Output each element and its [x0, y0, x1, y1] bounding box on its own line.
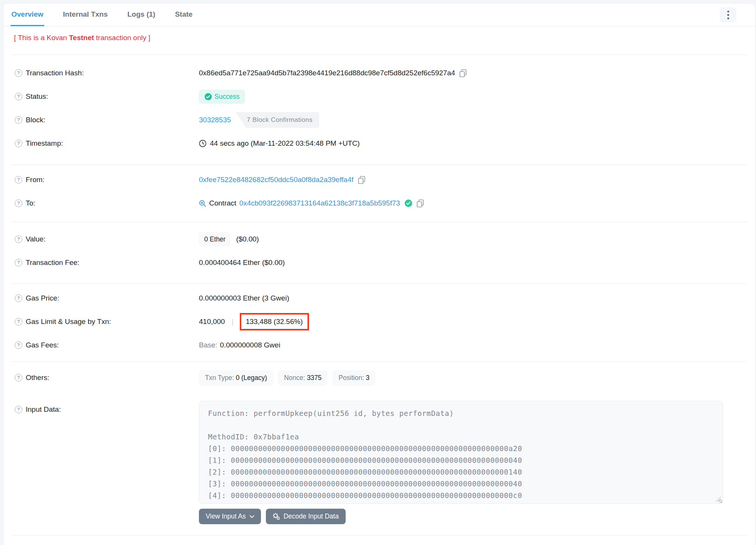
row-input-data: ? Input Data: Function: performUpkeep(ui… — [12, 389, 747, 524]
value-usd: ($0.00) — [236, 235, 259, 243]
timestamp-label: Timestamp: — [26, 139, 63, 148]
row-value: ? Value: 0 Ether ($0.00) — [12, 227, 747, 251]
to-label: To: — [26, 199, 35, 207]
search-plus-link[interactable] — [199, 200, 206, 207]
kebab-icon — [727, 17, 729, 19]
transaction-fee-value: 0.000400464 Ether ($0.00) — [199, 258, 285, 267]
copy-button[interactable] — [358, 176, 365, 184]
row-transaction-fee: ? Transaction Fee: 0.000400464 Ether ($0… — [12, 251, 747, 274]
tab-state[interactable]: State — [174, 3, 193, 26]
block-number-link[interactable]: 30328535 — [199, 116, 231, 124]
gas-price-value: 0.000000003 Ether (3 Gwei) — [199, 294, 289, 302]
copy-button[interactable] — [459, 69, 467, 77]
help-icon[interactable]: ? — [15, 199, 22, 207]
status-label: Status: — [26, 92, 48, 101]
tab-overview[interactable]: Overview — [11, 3, 44, 26]
input-methodid-line: MethodID: 0x7bbaf1ea — [208, 431, 715, 443]
row-transaction-hash: ? Transaction Hash: 0x86ed5a771e725aa94d… — [12, 61, 747, 85]
help-icon[interactable]: ? — [15, 374, 22, 382]
gear-icon — [273, 513, 280, 520]
tab-bar: Overview Internal Txns Logs (1) State — [3, 3, 755, 26]
transaction-card: Overview Internal Txns Logs (1) State [ … — [3, 3, 756, 545]
block-label: Block: — [26, 116, 45, 124]
tab-logs[interactable]: Logs (1) — [127, 3, 156, 26]
row-gas-price: ? Gas Price: 0.000000003 Ether (3 Gwei) — [12, 287, 747, 310]
value-label: Value: — [26, 235, 45, 243]
input-word-line: [1]: 00000000000000000000000000000000000… — [208, 455, 715, 466]
kebab-icon — [727, 14, 729, 16]
verified-check-icon — [405, 199, 412, 207]
status-badge: Success — [199, 90, 245, 104]
copy-button[interactable] — [417, 199, 424, 207]
kebab-icon — [727, 11, 729, 12]
copy-icon — [417, 199, 424, 207]
help-icon[interactable]: ? — [15, 140, 22, 147]
view-input-as-button[interactable]: View Input As — [199, 509, 261, 524]
input-function-line: Function: performUpkeep(uint256 id, byte… — [208, 408, 715, 419]
chevron-down-icon — [250, 515, 254, 518]
row-timestamp: ? Timestamp: 44 secs ago (Mar-11-2022 03… — [12, 132, 747, 155]
transaction-fee-label: Transaction Fee: — [26, 258, 79, 267]
gas-fees-base-label: Base: — [199, 341, 217, 349]
help-icon[interactable]: ? — [15, 93, 22, 100]
input-word-line: [0]: 00000000000000000000000000000000000… — [208, 443, 715, 455]
annotation-highlight-box: 133,488 (32.56%) — [240, 313, 309, 330]
gas-fees-base-value: 0.000000008 Gwei — [220, 341, 281, 349]
timestamp-value: 44 secs ago (Mar-11-2022 03:54:48 PM +UT… — [210, 139, 360, 148]
input-data-box[interactable]: Function: performUpkeep(uint256 id, byte… — [199, 401, 723, 504]
check-circle-icon — [205, 93, 212, 100]
position-value: 3 — [366, 374, 369, 382]
row-to: ? To: Contract 0x4cb093f226983713164a621… — [12, 192, 747, 215]
testnet-notice-suffix: transaction only ] — [94, 34, 151, 42]
input-word-line: [3]: 00000000000000000000000000000000000… — [208, 478, 715, 490]
row-others: ? Others: Txn Type: 0 (Legacy) Nonce: 33… — [12, 366, 747, 389]
tab-internal-txns[interactable]: Internal Txns — [62, 3, 109, 26]
more-options-button[interactable] — [720, 7, 736, 22]
row-gas-fees: ? Gas Fees: Base: 0.000000008 Gwei — [12, 333, 747, 357]
txn-type-value: 0 (Legacy) — [236, 374, 267, 382]
view-input-as-label: View Input As — [206, 512, 246, 520]
input-word-line: [4]: 00000000000000000000000000000000000… — [208, 490, 715, 501]
txn-type-key: Txn Type: — [205, 374, 234, 382]
nonce-key: Nonce: — [284, 374, 305, 382]
txn-type-badge: Txn Type: 0 (Legacy) — [199, 370, 273, 386]
to-address-link[interactable]: 0x4cb093f226983713164a62138c3f718a5b595f… — [239, 199, 400, 207]
to-contract-prefix: Contract — [209, 199, 236, 207]
status-value: Success — [214, 93, 239, 101]
transaction-hash-value: 0x86ed5a771e725aa94d5b7fa2398e4419e216d8… — [199, 69, 455, 77]
testnet-notice: [ This is a Kovan Testnet transaction on… — [14, 34, 747, 42]
copy-icon — [358, 176, 365, 184]
divider — [12, 535, 747, 536]
decode-input-data-label: Decode Input Data — [284, 512, 339, 520]
help-icon[interactable]: ? — [15, 176, 22, 184]
gas-limit-label: Gas Limit & Usage by Txn: — [26, 318, 111, 326]
row-status: ? Status: Success — [12, 85, 747, 108]
gas-separator: | — [232, 318, 234, 326]
testnet-notice-prefix: [ This is a Kovan — [14, 34, 69, 42]
input-word-line: [2]: 00000000000000000000000000000000000… — [208, 466, 715, 478]
input-data-label: Input Data: — [26, 405, 61, 414]
help-icon[interactable]: ? — [15, 294, 22, 302]
from-address-link[interactable]: 0xfee7522e8482682cf50ddc50a0f8da2a39effa… — [199, 176, 354, 184]
row-from: ? From: 0xfee7522e8482682cf50ddc50a0f8da… — [12, 168, 747, 192]
gas-usage-value: 133,488 (32.56%) — [246, 318, 303, 325]
nonce-badge: Nonce: 3375 — [278, 370, 328, 386]
help-icon[interactable]: ? — [15, 259, 22, 266]
help-icon[interactable]: ? — [15, 406, 22, 413]
resize-handle[interactable] — [716, 497, 721, 501]
help-icon[interactable]: ? — [15, 116, 22, 124]
others-label: Others: — [26, 374, 49, 382]
help-icon[interactable]: ? — [15, 69, 22, 77]
testnet-notice-bold: Testnet — [69, 34, 94, 42]
nonce-value: 3375 — [307, 374, 321, 382]
clock-icon — [199, 140, 206, 147]
block-confirmations-badge: 7 Block Confirmations — [236, 112, 320, 128]
help-icon[interactable]: ? — [15, 318, 22, 325]
input-word-line: [5]: 00000000000000000000000000000000000… — [208, 501, 715, 504]
help-icon[interactable]: ? — [15, 341, 22, 349]
gas-limit-value: 410,000 — [199, 318, 225, 326]
row-block: ? Block: 30328535 7 Block Confirmations — [12, 108, 747, 132]
decode-input-data-button[interactable]: Decode Input Data — [266, 509, 346, 524]
help-icon[interactable]: ? — [15, 235, 22, 243]
copy-icon — [459, 69, 467, 77]
